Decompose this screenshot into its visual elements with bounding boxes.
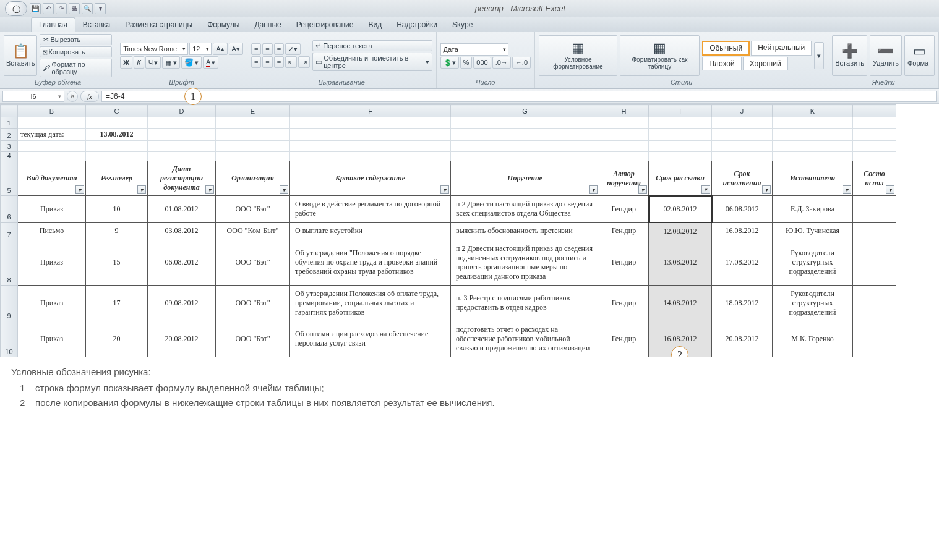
format-cells-button[interactable]: ▭Формат xyxy=(904,35,935,76)
cell[interactable] xyxy=(649,129,712,141)
copy-button[interactable]: ⎘Копировать xyxy=(40,46,112,57)
fill-color-button[interactable]: 🪣▾ xyxy=(181,56,202,69)
cell-E9[interactable]: ООО "Бэт" xyxy=(216,285,290,321)
row-header-7[interactable]: 7 xyxy=(1,223,18,240)
row-header-5[interactable]: 5 xyxy=(1,161,18,196)
table-header-5[interactable]: Поручение▾ xyxy=(451,161,599,196)
tab-insert[interactable]: Вставка xyxy=(75,18,118,32)
cell-G9[interactable]: п. 3 Реестр с подписями работников предо… xyxy=(451,285,599,321)
font-size-select[interactable]: 12 xyxy=(189,43,212,55)
cell[interactable] xyxy=(290,152,451,161)
cell[interactable] xyxy=(853,321,896,357)
table-header-8[interactable]: Срок исполнения▾ xyxy=(712,161,773,196)
cell-J7[interactable]: 16.08.2012 xyxy=(712,223,773,240)
cond-format-button[interactable]: ▦Условное форматирование xyxy=(539,35,617,76)
cell[interactable] xyxy=(853,117,896,129)
cell-H8[interactable]: Ген.дир xyxy=(599,240,649,285)
cell[interactable] xyxy=(451,117,599,129)
border-button[interactable]: ▦ ▾ xyxy=(162,56,180,69)
cell[interactable] xyxy=(290,129,451,141)
cell[interactable] xyxy=(773,117,853,129)
cell[interactable] xyxy=(18,141,86,152)
underline-button[interactable]: Ч ▾ xyxy=(145,56,161,69)
cell-D7[interactable]: 03.08.2012 xyxy=(148,223,216,240)
cell-H9[interactable]: Ген.дир xyxy=(599,285,649,321)
col-header-D[interactable]: D xyxy=(148,105,216,117)
row-header-6[interactable]: 6 xyxy=(1,196,18,223)
cell-B8[interactable]: Приказ xyxy=(18,240,86,285)
cell[interactable] xyxy=(290,141,451,152)
format-table-button[interactable]: ▦Форматировать как таблицу xyxy=(620,35,700,76)
table-header-2[interactable]: Дата регистрации документа▾ xyxy=(148,161,216,196)
cell-B6[interactable]: Приказ xyxy=(18,196,86,223)
cell-F8[interactable]: Об утверждении "Положения о порядке обуч… xyxy=(290,240,451,285)
cell[interactable] xyxy=(290,117,451,129)
comma-button[interactable]: 000 xyxy=(473,57,491,69)
cell-I9[interactable]: 14.08.2012 xyxy=(649,285,712,321)
qat-redo[interactable]: ↷ xyxy=(56,3,67,14)
insert-cells-button[interactable]: ➕Вставить xyxy=(832,35,867,76)
office-button[interactable]: ◯ xyxy=(5,1,27,16)
col-header-C[interactable]: C xyxy=(86,105,148,117)
style-bad[interactable]: Плохой xyxy=(702,57,742,70)
cell-H10[interactable]: Ген.дир xyxy=(599,321,649,357)
cell-B10[interactable]: Приказ xyxy=(18,321,86,357)
filter-icon[interactable]: ▾ xyxy=(280,185,288,194)
col-header-F[interactable]: F xyxy=(290,105,451,117)
cell-K7[interactable]: Ю.Ю. Тучинская xyxy=(773,223,853,240)
cell[interactable] xyxy=(599,152,649,161)
paste-button[interactable]: 📋Вставить xyxy=(4,35,37,76)
cell[interactable] xyxy=(773,129,853,141)
cut-button[interactable]: ✂Вырезать xyxy=(40,34,112,45)
cell-C9[interactable]: 17 xyxy=(86,285,148,321)
cell-J9[interactable]: 18.08.2012 xyxy=(712,285,773,321)
percent-button[interactable]: % xyxy=(460,57,473,69)
cell-J10[interactable]: 20.08.2012 xyxy=(712,321,773,357)
cell-E6[interactable]: ООО "Бэт" xyxy=(216,196,290,223)
align-left-button[interactable]: ≡ xyxy=(251,56,261,68)
qat-more[interactable]: ▾ xyxy=(95,3,106,14)
cell[interactable] xyxy=(216,129,290,141)
cell[interactable] xyxy=(773,141,853,152)
cell-C2[interactable]: 13.08.2012 xyxy=(86,129,148,141)
cell-B9[interactable]: Приказ xyxy=(18,285,86,321)
cell-D10[interactable]: 20.08.2012 xyxy=(148,321,216,357)
cell-E10[interactable]: ООО "Бэт" xyxy=(216,321,290,357)
cell-G7[interactable]: выяснить обоснованность претензии xyxy=(451,223,599,240)
cell-B2[interactable]: текущая дата: xyxy=(18,129,86,141)
cell[interactable] xyxy=(86,141,148,152)
cell[interactable] xyxy=(216,117,290,129)
cell[interactable] xyxy=(148,152,216,161)
row-header-10[interactable]: 10 xyxy=(1,321,18,357)
align-top-button[interactable]: ≡ xyxy=(251,43,261,55)
tab-review[interactable]: Рецензирование xyxy=(289,18,361,32)
cell[interactable] xyxy=(148,117,216,129)
tab-page-layout[interactable]: Разметка страницы xyxy=(118,18,200,32)
filter-icon[interactable]: ▾ xyxy=(589,185,598,194)
col-header-J[interactable]: J xyxy=(712,105,773,117)
bold-button[interactable]: Ж xyxy=(120,56,132,69)
inc-decimal-button[interactable]: .0→ xyxy=(492,57,511,69)
cell[interactable] xyxy=(712,117,773,129)
cell-I8[interactable]: 13.08.2012 xyxy=(649,240,712,285)
fx-button[interactable]: fx xyxy=(80,91,99,102)
filter-icon[interactable]: ▾ xyxy=(638,185,647,194)
indent-inc-button[interactable]: ⇥ xyxy=(298,56,310,68)
cell[interactable] xyxy=(599,117,649,129)
cell-J8[interactable]: 17.08.2012 xyxy=(712,240,773,285)
col-header-K[interactable]: K xyxy=(773,105,853,117)
cell-F10[interactable]: Об оптимизации расходов на обеспечение п… xyxy=(290,321,451,357)
indent-dec-button[interactable]: ⇤ xyxy=(285,56,297,68)
number-format-select[interactable]: Дата xyxy=(440,43,508,56)
filter-icon[interactable]: ▾ xyxy=(843,185,851,194)
tab-skype[interactable]: Skype xyxy=(445,18,480,32)
worksheet-grid[interactable]: BCDEFGHIJK12текущая дата:13.08.2012345Ви… xyxy=(0,104,939,357)
shrink-font-button[interactable]: A▾ xyxy=(229,43,243,55)
cell[interactable] xyxy=(599,129,649,141)
cell-E8[interactable]: ООО "Бэт" xyxy=(216,240,290,285)
cell-F7[interactable]: О выплате неустойки xyxy=(290,223,451,240)
table-header-7[interactable]: Срок рассылки▾ xyxy=(649,161,712,196)
grow-font-button[interactable]: A▴ xyxy=(213,43,227,55)
cell[interactable] xyxy=(86,152,148,161)
style-normal[interactable]: Обычный xyxy=(702,41,750,56)
